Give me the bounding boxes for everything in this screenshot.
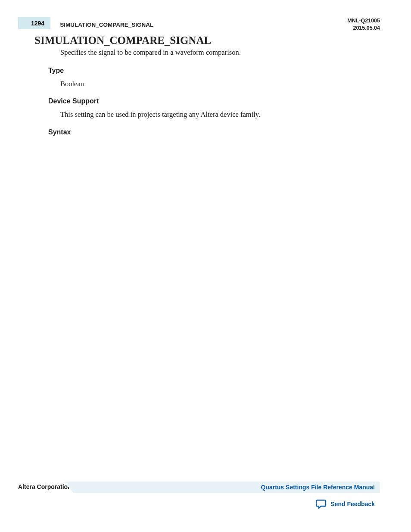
description-text: Specifies the signal to be compared in a… — [60, 47, 241, 58]
header-doc-meta: MNL-Q21005 2015.05.04 — [347, 17, 380, 32]
doc-date: 2015.05.04 — [347, 25, 380, 32]
send-feedback-label: Send Feedback — [330, 501, 375, 507]
page-title: SIMULATION_COMPARE_SIGNAL — [34, 34, 211, 47]
page-header: 1294 SIMULATION_COMPARE_SIGNAL MNL-Q2100… — [18, 17, 380, 33]
header-section-title: SIMULATION_COMPARE_SIGNAL — [60, 19, 153, 28]
speech-bubble-icon — [316, 499, 327, 509]
doc-id: MNL-Q21005 — [347, 17, 380, 25]
send-feedback-link[interactable]: Send Feedback — [316, 499, 375, 509]
footer-bar: Altera Corporation Quartus Settings File… — [18, 482, 380, 493]
manual-link[interactable]: Quartus Settings File Reference Manual — [261, 484, 375, 491]
type-heading: Type — [48, 67, 64, 75]
footer-accent-shape: Quartus Settings File Reference Manual — [73, 482, 380, 493]
page-footer: Altera Corporation Quartus Settings File… — [18, 482, 380, 493]
page-number-badge: 1294 — [18, 17, 50, 29]
device-support-value: This setting can be used in projects tar… — [60, 109, 260, 120]
type-value: Boolean — [60, 79, 84, 89]
syntax-heading: Syntax — [48, 128, 71, 136]
device-support-heading: Device Support — [48, 97, 99, 105]
